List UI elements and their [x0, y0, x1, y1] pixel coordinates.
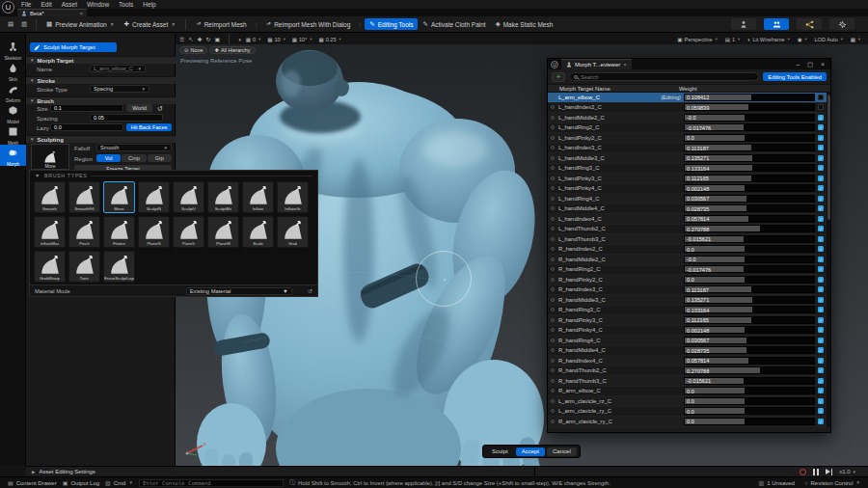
browse-asset-icon[interactable]: ▥ [17, 18, 31, 30]
viewport-menu-icon[interactable]: ☰ [179, 36, 184, 42]
mode-rail-item[interactable]: Model [0, 102, 26, 123]
radio-icon[interactable] [551, 368, 555, 372]
morph-target-row[interactable]: R_arm_elbow_C 0.0 ✓ [548, 387, 830, 397]
enabled-checkbox[interactable]: ✓ [818, 135, 824, 141]
physics-settings-icon[interactable] [829, 18, 854, 30]
mode-rail-item[interactable]: Deform [0, 81, 26, 102]
snap-setting-chip[interactable]: ▦10▼ [267, 37, 286, 42]
morph-target-row[interactable]: L_handIndex3_C 0.113187 ✓ [548, 144, 830, 154]
enabled-checkbox[interactable]: ✓ [818, 277, 824, 283]
weight-slider[interactable]: 0.135271 [684, 296, 815, 304]
enabled-checkbox[interactable]: ✓ [818, 338, 824, 343]
weight-slider[interactable]: 0.0 [684, 418, 815, 425]
preview-animation-button[interactable]: ▦ Preview Animation▼ [41, 18, 120, 30]
section-sculpting[interactable]: ▼Sculpting [26, 135, 176, 143]
brush-spacing-input[interactable]: 0.05 [90, 114, 163, 122]
step-forward-icon[interactable] [826, 469, 833, 475]
weight-slider[interactable]: 0.270788 [684, 225, 815, 232]
region-option-button[interactable]: Grp [148, 154, 172, 162]
select-tool-icon[interactable]: ↖ [188, 36, 193, 42]
reset-icon[interactable]: ↺ [308, 287, 312, 294]
menu-item[interactable]: Help [143, 1, 155, 8]
options-dots-icon[interactable]: ⋮ [357, 21, 363, 28]
brush-types-header[interactable]: ▼ BRUSH TYPES [30, 171, 317, 180]
enabled-checkbox[interactable]: ✓ [818, 317, 824, 323]
column-morph-target-name[interactable]: Morph Target Name [548, 86, 676, 92]
weight-slider[interactable]: -0.0 [684, 256, 815, 263]
morph-target-row[interactable]: R_arm_clavicle_ry_C 0.0 ✓ [548, 417, 830, 427]
radio-icon[interactable] [551, 420, 555, 423]
weight-slider[interactable]: 0.057814 [684, 215, 815, 223]
enabled-checkbox[interactable]: ✓ [818, 185, 824, 191]
menu-item[interactable]: Tools [119, 1, 133, 8]
weight-slider[interactable]: 0.112165 [684, 175, 815, 182]
morph-target-row[interactable]: L_handPinky2_C 0.0 ✓ [548, 133, 830, 144]
weight-slider[interactable]: 0.133164 [684, 306, 815, 313]
overlay-button[interactable]: Cancel [547, 447, 577, 456]
brush-type-tile[interactable]: Smooth [34, 181, 66, 213]
section-brush[interactable]: ▼Brush [26, 96, 176, 104]
filter-all-hierarchy-button[interactable]: ✚All Hierarchy [209, 46, 255, 54]
brush-size-input[interactable]: 0.1 [50, 104, 123, 112]
radio-icon[interactable] [551, 328, 555, 332]
playback-speed-dropdown[interactable]: x1.0▼ [839, 469, 856, 474]
brush-type-tile[interactable]: InflateMax [34, 216, 66, 248]
skeleton-mode-icon[interactable] [731, 18, 756, 30]
section-morph-target[interactable]: ▼Morph Target [26, 56, 176, 64]
morph-target-row[interactable]: R_handThumb3_C -0.015621 ✓ [548, 376, 830, 387]
weight-slider[interactable]: 0.028735 [684, 204, 815, 212]
brush-type-tile[interactable]: Pinch [68, 216, 100, 248]
weight-slider[interactable]: -0.017476 [684, 265, 815, 273]
morph-previewer-tab[interactable]: Morph T...eviewer × [561, 59, 632, 69]
morph-target-row[interactable]: L_handRing2_C -0.017476 ✓ [548, 123, 830, 134]
brush-type-tile[interactable]: SmoothFill [68, 181, 100, 213]
add-morph-target-button[interactable]: + [552, 72, 565, 82]
weight-slider[interactable]: 0.059839 [684, 103, 815, 111]
menu-item[interactable]: Asset [62, 1, 77, 8]
morph-target-row[interactable]: L_handRing4_C 0.030567 ✓ [548, 194, 830, 204]
enabled-checkbox[interactable]: ✓ [818, 266, 824, 272]
weight-slider[interactable]: 0.028735 [684, 346, 815, 354]
weight-slider[interactable]: 0.0 [684, 276, 815, 284]
weight-slider[interactable]: -0.015621 [684, 235, 815, 243]
radio-icon[interactable] [551, 166, 555, 170]
output-log-button[interactable]: ▣Output Log [63, 479, 99, 486]
radio-icon[interactable] [551, 95, 555, 99]
material-mode-dropdown[interactable]: Existing Material ▼ [186, 287, 292, 295]
weight-slider[interactable]: 0.112165 [684, 316, 815, 324]
cmd-dropdown[interactable]: ▥Cmd▼ [105, 479, 133, 486]
menu-item[interactable]: Window [87, 1, 109, 8]
menu-item[interactable]: Edit [41, 1, 51, 8]
tab-close-icon[interactable]: × [623, 62, 627, 68]
morph-target-row[interactable]: L_arm_clavicle_ry_C 0.0 ✓ [548, 407, 830, 418]
maximize-icon[interactable]: ▢ [807, 61, 813, 68]
pause-icon[interactable] [813, 469, 819, 475]
falloff-dropdown[interactable]: Smooth▼ [96, 144, 172, 151]
morph-target-row[interactable]: L_handIndex2_C 0.059839 [548, 103, 830, 114]
morph-target-row[interactable]: L_handPinky4_C 0.002148 ✓ [548, 184, 830, 195]
enabled-checkbox[interactable]: ✓ [818, 297, 824, 303]
brush-type-tile[interactable]: SculptV [173, 181, 204, 213]
view-mode-dropdown[interactable]: ◐Lit Wireframe▼ [747, 37, 791, 42]
show-flags-dropdown[interactable]: ◉▼ [798, 37, 808, 42]
enabled-checkbox[interactable]: ✓ [818, 115, 824, 121]
filter-none-button[interactable]: ⊙None [179, 46, 207, 54]
asset-tab[interactable]: Beta* × [17, 9, 87, 16]
weight-slider[interactable]: 0.0 [684, 397, 815, 405]
record-icon[interactable] [800, 469, 806, 475]
morph-target-row[interactable]: L_handMiddle3_C 0.135271 ✓ [548, 153, 830, 164]
morph-target-row[interactable]: R_handIndex3_C 0.113187 ✓ [548, 285, 830, 296]
brush-type-tile[interactable]: Flatten [103, 216, 135, 248]
morph-target-row[interactable]: L_handPinky3_C 0.112165 ✓ [548, 174, 830, 184]
rotate-tool-icon[interactable]: ↻ [205, 36, 210, 42]
morph-target-row[interactable]: R_handPinky3_C 0.112165 ✓ [548, 315, 830, 326]
world-button[interactable]: World [126, 104, 152, 112]
console-command-box[interactable] [139, 479, 284, 487]
weight-slider[interactable]: 0.0 [684, 407, 815, 415]
radio-icon[interactable] [551, 247, 555, 251]
weight-slider[interactable]: 0.030567 [684, 337, 815, 344]
overlay-button[interactable]: Sculpt [486, 447, 514, 456]
morph-target-row[interactable]: R_handRing3_C 0.133164 ✓ [548, 306, 830, 316]
make-static-mesh-button[interactable]: ◈ Make Static Mesh [491, 18, 558, 30]
radio-icon[interactable] [551, 379, 555, 383]
